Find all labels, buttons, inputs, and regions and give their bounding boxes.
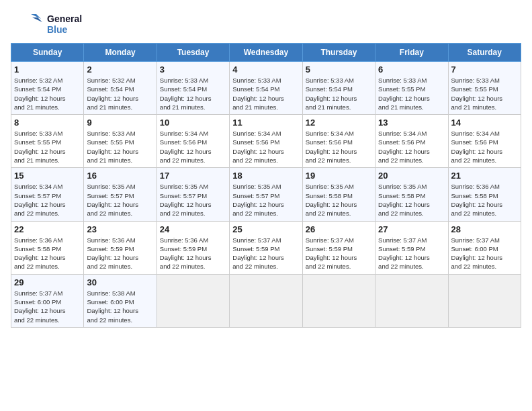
- logo-line1: General: [47, 13, 82, 24]
- day-number: 24: [160, 224, 226, 234]
- day-number: 30: [87, 277, 153, 287]
- calendar-header: SundayMondayTuesdayWednesdayThursdayFrid…: [11, 44, 521, 62]
- day-info: Sunrise: 5:33 AM Sunset: 5:54 PM Dayligh…: [232, 76, 299, 111]
- day-cell: 29Sunrise: 5:37 AM Sunset: 6:00 PM Dayli…: [11, 274, 84, 327]
- day-cell: 6Sunrise: 5:33 AM Sunset: 5:55 PM Daylig…: [375, 62, 448, 115]
- day-info: Sunrise: 5:37 AM Sunset: 5:59 PM Dayligh…: [306, 236, 372, 271]
- day-cell: 7Sunrise: 5:33 AM Sunset: 5:55 PM Daylig…: [448, 62, 521, 115]
- day-cell: 13Sunrise: 5:34 AM Sunset: 5:56 PM Dayli…: [375, 115, 448, 168]
- logo: GeneralBlue: [11, 11, 82, 38]
- day-cell: 21Sunrise: 5:36 AM Sunset: 5:58 PM Dayli…: [448, 168, 521, 221]
- day-cell: 3Sunrise: 5:33 AM Sunset: 5:54 PM Daylig…: [157, 62, 229, 115]
- day-info: Sunrise: 5:37 AM Sunset: 5:59 PM Dayligh…: [232, 236, 299, 271]
- day-cell: 4Sunrise: 5:33 AM Sunset: 5:54 PM Daylig…: [230, 62, 302, 115]
- day-number: 23: [87, 224, 153, 234]
- day-number: 1: [14, 64, 81, 75]
- day-info: Sunrise: 5:37 AM Sunset: 5:59 PM Dayligh…: [378, 236, 445, 271]
- header-saturday: Saturday: [448, 44, 521, 62]
- day-number: 7: [451, 64, 518, 75]
- day-info: Sunrise: 5:34 AM Sunset: 5:56 PM Dayligh…: [232, 129, 299, 165]
- day-cell: [230, 274, 302, 327]
- day-cell: 9Sunrise: 5:33 AM Sunset: 5:55 PM Daylig…: [84, 115, 157, 168]
- day-cell: 26Sunrise: 5:37 AM Sunset: 5:59 PM Dayli…: [302, 221, 375, 274]
- header-thursday: Thursday: [302, 44, 375, 62]
- day-cell: 11Sunrise: 5:34 AM Sunset: 5:56 PM Dayli…: [230, 115, 302, 168]
- day-number: 9: [87, 118, 153, 128]
- day-number: 14: [451, 118, 518, 128]
- day-info: Sunrise: 5:35 AM Sunset: 5:58 PM Dayligh…: [378, 182, 445, 218]
- day-number: 2: [87, 64, 153, 75]
- day-cell: 24Sunrise: 5:36 AM Sunset: 5:59 PM Dayli…: [157, 221, 229, 274]
- day-info: Sunrise: 5:37 AM Sunset: 6:00 PM Dayligh…: [451, 236, 518, 271]
- logo-text-block: GeneralBlue: [47, 13, 82, 35]
- day-info: Sunrise: 5:36 AM Sunset: 5:58 PM Dayligh…: [14, 236, 81, 271]
- day-number: 13: [378, 118, 445, 128]
- header-tuesday: Tuesday: [157, 44, 229, 62]
- day-cell: [157, 274, 229, 327]
- week-row-4: 22Sunrise: 5:36 AM Sunset: 5:58 PM Dayli…: [11, 221, 521, 274]
- day-info: Sunrise: 5:35 AM Sunset: 5:57 PM Dayligh…: [232, 182, 299, 218]
- day-number: 16: [87, 171, 153, 181]
- week-row-3: 15Sunrise: 5:34 AM Sunset: 5:57 PM Dayli…: [11, 168, 521, 221]
- day-info: Sunrise: 5:36 AM Sunset: 5:59 PM Dayligh…: [160, 236, 226, 271]
- week-row-5: 29Sunrise: 5:37 AM Sunset: 6:00 PM Dayli…: [11, 274, 521, 327]
- day-info: Sunrise: 5:37 AM Sunset: 6:00 PM Dayligh…: [14, 289, 81, 324]
- day-number: 28: [451, 224, 518, 234]
- day-cell: 19Sunrise: 5:35 AM Sunset: 5:58 PM Dayli…: [302, 168, 375, 221]
- logo-svg: [11, 11, 44, 38]
- day-number: 15: [14, 171, 81, 181]
- day-cell: [375, 274, 448, 327]
- day-number: 18: [232, 171, 299, 181]
- day-cell: 25Sunrise: 5:37 AM Sunset: 5:59 PM Dayli…: [230, 221, 302, 274]
- day-info: Sunrise: 5:34 AM Sunset: 5:56 PM Dayligh…: [378, 129, 445, 165]
- day-number: 22: [14, 224, 81, 234]
- calendar-table: SundayMondayTuesdayWednesdayThursdayFrid…: [11, 43, 521, 328]
- day-cell: 17Sunrise: 5:35 AM Sunset: 5:57 PM Dayli…: [157, 168, 229, 221]
- day-info: Sunrise: 5:36 AM Sunset: 5:59 PM Dayligh…: [87, 236, 153, 271]
- logo-line2: Blue: [47, 24, 82, 35]
- day-number: 29: [14, 277, 81, 287]
- day-info: Sunrise: 5:35 AM Sunset: 5:57 PM Dayligh…: [87, 182, 153, 218]
- header-wednesday: Wednesday: [230, 44, 302, 62]
- week-row-1: 1Sunrise: 5:32 AM Sunset: 5:54 PM Daylig…: [11, 62, 521, 115]
- calendar-body: 1Sunrise: 5:32 AM Sunset: 5:54 PM Daylig…: [11, 62, 521, 328]
- day-number: 4: [232, 64, 299, 75]
- day-cell: 8Sunrise: 5:33 AM Sunset: 5:55 PM Daylig…: [11, 115, 84, 168]
- day-cell: 1Sunrise: 5:32 AM Sunset: 5:54 PM Daylig…: [11, 62, 84, 115]
- header-monday: Monday: [84, 44, 157, 62]
- day-cell: 14Sunrise: 5:34 AM Sunset: 5:56 PM Dayli…: [448, 115, 521, 168]
- day-cell: 5Sunrise: 5:33 AM Sunset: 5:54 PM Daylig…: [302, 62, 375, 115]
- day-cell: 15Sunrise: 5:34 AM Sunset: 5:57 PM Dayli…: [11, 168, 84, 221]
- day-info: Sunrise: 5:32 AM Sunset: 5:54 PM Dayligh…: [87, 76, 153, 111]
- day-cell: [302, 274, 375, 327]
- day-cell: 22Sunrise: 5:36 AM Sunset: 5:58 PM Dayli…: [11, 221, 84, 274]
- day-info: Sunrise: 5:32 AM Sunset: 5:54 PM Dayligh…: [14, 76, 81, 111]
- day-number: 25: [232, 224, 299, 234]
- day-number: 26: [306, 224, 372, 234]
- header-friday: Friday: [375, 44, 448, 62]
- day-cell: 23Sunrise: 5:36 AM Sunset: 5:59 PM Dayli…: [84, 221, 157, 274]
- day-cell: [448, 274, 521, 327]
- day-cell: 12Sunrise: 5:34 AM Sunset: 5:56 PM Dayli…: [302, 115, 375, 168]
- day-info: Sunrise: 5:33 AM Sunset: 5:55 PM Dayligh…: [451, 76, 518, 111]
- day-info: Sunrise: 5:33 AM Sunset: 5:55 PM Dayligh…: [14, 129, 81, 165]
- week-row-2: 8Sunrise: 5:33 AM Sunset: 5:55 PM Daylig…: [11, 115, 521, 168]
- day-cell: 10Sunrise: 5:34 AM Sunset: 5:56 PM Dayli…: [157, 115, 229, 168]
- header-sunday: Sunday: [11, 44, 84, 62]
- day-number: 27: [378, 224, 445, 234]
- day-info: Sunrise: 5:34 AM Sunset: 5:56 PM Dayligh…: [160, 129, 226, 165]
- day-info: Sunrise: 5:33 AM Sunset: 5:54 PM Dayligh…: [306, 76, 372, 111]
- day-info: Sunrise: 5:33 AM Sunset: 5:54 PM Dayligh…: [160, 76, 226, 111]
- day-number: 6: [378, 64, 445, 75]
- svg-marker-1: [32, 17, 42, 22]
- day-number: 3: [160, 64, 226, 75]
- day-cell: 18Sunrise: 5:35 AM Sunset: 5:57 PM Dayli…: [230, 168, 302, 221]
- header-row: SundayMondayTuesdayWednesdayThursdayFrid…: [11, 44, 521, 62]
- day-cell: 2Sunrise: 5:32 AM Sunset: 5:54 PM Daylig…: [84, 62, 157, 115]
- day-info: Sunrise: 5:34 AM Sunset: 5:56 PM Dayligh…: [306, 129, 372, 165]
- day-number: 17: [160, 171, 226, 181]
- day-info: Sunrise: 5:36 AM Sunset: 5:58 PM Dayligh…: [451, 182, 518, 218]
- day-info: Sunrise: 5:35 AM Sunset: 5:57 PM Dayligh…: [160, 182, 226, 218]
- day-cell: 20Sunrise: 5:35 AM Sunset: 5:58 PM Dayli…: [375, 168, 448, 221]
- day-number: 8: [14, 118, 81, 128]
